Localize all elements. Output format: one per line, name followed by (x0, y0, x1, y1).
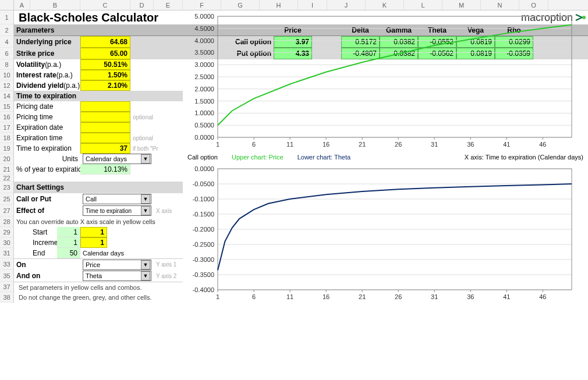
input-volatility[interactable]: 50.51% (80, 59, 130, 70)
svg-text:1.5000: 1.5000 (194, 98, 214, 105)
input-start[interactable]: 1 (80, 227, 107, 237)
value-pct-year: 10.13% (80, 164, 130, 175)
svg-text:1.0000: 1.0000 (194, 109, 214, 116)
input-pricing-date[interactable] (80, 101, 130, 112)
label-strike: Strike price (14, 48, 80, 59)
svg-text:-0.1000: -0.1000 (193, 196, 214, 203)
section-chart-settings: Chart Settings (14, 182, 183, 193)
select-callput[interactable]: Call (83, 194, 151, 204)
svg-text:-0.4000: -0.4000 (193, 286, 214, 293)
svg-text:16: 16 (323, 293, 330, 300)
select-units[interactable]: Calendar days (83, 154, 151, 164)
svg-text:-0.0500: -0.0500 (193, 180, 214, 187)
svg-text:46: 46 (539, 293, 546, 300)
svg-text:36: 36 (467, 293, 474, 300)
svg-text:46: 46 (539, 141, 546, 148)
label-underlying: Underlying price (14, 36, 80, 48)
input-exp-time[interactable] (80, 133, 130, 143)
input-pricing-time[interactable] (80, 112, 130, 122)
svg-text:41: 41 (503, 141, 510, 148)
svg-text:11: 11 (286, 141, 293, 148)
label-callput: Call or Put (14, 193, 80, 205)
input-increment[interactable]: 1 (80, 237, 107, 248)
svg-text:26: 26 (395, 293, 402, 300)
chart-caption: Call option Upper chart: Price Lower cha… (183, 151, 588, 163)
svg-text:31: 31 (431, 293, 438, 300)
svg-text:4.0000: 4.0000 (194, 37, 214, 44)
label-effect: Effect of (14, 205, 80, 216)
parameters-header: Parameters (14, 24, 168, 35)
input-exp-date[interactable] (80, 122, 130, 133)
svg-text:1: 1 (216, 141, 219, 148)
svg-text:-0.3000: -0.3000 (193, 256, 214, 263)
input-dividend[interactable]: 2.10% (80, 80, 130, 91)
label-exp-date: Expiration date (14, 122, 80, 133)
label-tte: Time to expiration (14, 143, 80, 154)
svg-text:-0.2500: -0.2500 (193, 241, 214, 248)
svg-text:21: 21 (359, 141, 366, 148)
svg-text:0.0000: 0.0000 (194, 165, 214, 172)
svg-text:0.0000: 0.0000 (194, 134, 214, 141)
footer-line1: Set parameters in yellow cells and combo… (14, 282, 183, 292)
svg-text:0.5000: 0.5000 (194, 122, 214, 129)
theta-chart: -0.4000-0.3500-0.3000-0.2500-0.2000-0.15… (183, 163, 579, 304)
input-tte[interactable]: 37 (80, 143, 130, 154)
svg-text:1: 1 (216, 293, 219, 300)
svg-text:-0.2000: -0.2000 (193, 226, 214, 233)
label-dividend: Dividend yield (16, 81, 63, 90)
end-units: Calendar days (80, 248, 133, 258)
label-units: Units (14, 154, 80, 164)
svg-text:4.5000: 4.5000 (194, 25, 214, 32)
svg-text:3.5000: 3.5000 (194, 49, 214, 56)
section-time-to-exp: Time to expiration (14, 91, 183, 101)
svg-text:-0.1500: -0.1500 (193, 211, 214, 218)
svg-text:11: 11 (286, 293, 293, 300)
svg-text:31: 31 (431, 141, 438, 148)
svg-text:3.0000: 3.0000 (194, 61, 214, 68)
select-effect[interactable]: Time to expiration (83, 205, 151, 216)
auto-increment: 1 (57, 237, 80, 248)
svg-text:16: 16 (323, 141, 330, 148)
row-numbers: 1 2 4 6 8 10 12 14 15 16 17 18 19 20 21 … (0, 10, 14, 303)
label-rate: Interest rate (16, 71, 56, 79)
label-on: On (14, 259, 80, 270)
svg-text:21: 21 (359, 293, 366, 300)
svg-text:2.0000: 2.0000 (194, 86, 214, 93)
select-andon[interactable]: Theta (83, 271, 151, 281)
auto-end: 50 (57, 248, 80, 258)
input-strike[interactable]: 65.00 (80, 48, 130, 59)
input-rate[interactable]: 1.50% (80, 70, 130, 80)
page-title: Black-Scholes Calculator (16, 11, 158, 24)
svg-text:6: 6 (252, 293, 256, 300)
label-volatility: Volatility (16, 61, 45, 69)
override-note: You can override auto X axis scale in ye… (14, 216, 183, 227)
label-exp-time: Expiration time (14, 133, 80, 143)
select-on[interactable]: Price (83, 260, 151, 270)
auto-start: 1 (57, 227, 80, 237)
label-pricing-time: Pricing time (14, 112, 80, 122)
label-pricing-date: Pricing date (14, 101, 80, 112)
label-andon: And on (14, 270, 80, 282)
svg-text:5.0000: 5.0000 (194, 13, 214, 20)
price-chart: 0.00000.50001.00001.50002.00002.50003.00… (183, 10, 579, 151)
svg-text:-0.3500: -0.3500 (193, 271, 214, 278)
svg-text:41: 41 (503, 293, 510, 300)
input-underlying[interactable]: 64.68 (80, 36, 130, 48)
svg-text:26: 26 (395, 141, 402, 148)
footer-line2: Do not change the green, grey, and other… (14, 292, 183, 303)
svg-text:6: 6 (252, 141, 256, 148)
svg-text:2.5000: 2.5000 (194, 73, 214, 80)
column-headers: A B C D E F G H I J K L M N O (0, 0, 588, 10)
svg-text:36: 36 (467, 141, 474, 148)
